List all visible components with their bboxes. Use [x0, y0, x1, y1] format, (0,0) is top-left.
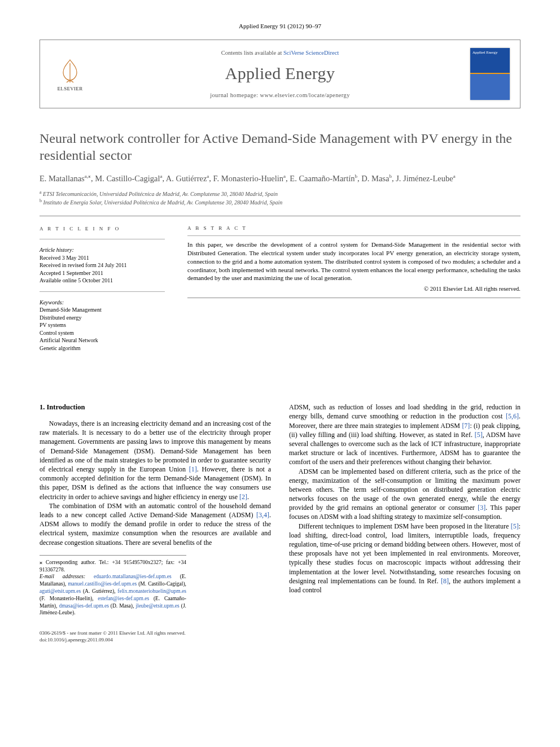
email-link[interactable]: dmasa@ies-def.upm.es — [59, 603, 108, 609]
history-received: Received 3 May 2011 — [40, 254, 165, 262]
article-info-head: A R T I C L E I N F O — [40, 225, 165, 232]
ref-link[interactable]: [5] — [475, 431, 483, 439]
authors-list: E. Matallanasa,⁎, M. Castillo-Cagigala, … — [40, 173, 520, 184]
email-link[interactable]: eduardo.matallanas@ies-def.upm.es — [94, 574, 172, 579]
affiliation-b: b Instituto de Energía Solar, Universida… — [40, 198, 520, 207]
ref-link[interactable]: [5,6] — [506, 412, 519, 420]
article-info: A R T I C L E I N F O Article history: R… — [40, 225, 165, 352]
email-link[interactable]: aguti@etsit.upm.es — [40, 588, 81, 594]
keyword: PV systems — [40, 321, 165, 329]
email-link[interactable]: estefan@ies-def.upm.es — [98, 596, 149, 601]
footnotes: ⁎ Corresponding author. Tel.: +34 915495… — [40, 555, 186, 617]
footer-doi: doi:10.1016/j.apenergy.2011.09.004 — [40, 637, 520, 644]
abstract-block: A B S T R A C T In this paper, we descri… — [187, 225, 520, 352]
keyword: Control system — [40, 329, 165, 337]
author-4: , F. Monasterio-Huelin — [209, 174, 283, 183]
affiliation-b-text: Instituto de Energía Solar, Universidad … — [43, 200, 283, 206]
body-paragraph: Different techniques to implement DSM ha… — [289, 522, 520, 595]
body-text: Different techniques to implement DSM ha… — [299, 522, 511, 530]
article-meta-row: A R T I C L E I N F O Article history: R… — [40, 225, 520, 352]
page-container: Applied Energy 91 (2012) 90–97 ELSEVIER … — [0, 0, 560, 666]
column-left: 1. Introduction Nowadays, there is an in… — [40, 403, 271, 617]
body-paragraph: Nowadays, there is an increasing electri… — [40, 419, 271, 501]
email-name: (M. Castillo-Cagigal), — [137, 581, 186, 587]
body-paragraph: ADSM can be implemented based on differe… — [289, 467, 520, 522]
body-columns: 1. Introduction Nowadays, there is an in… — [40, 403, 520, 617]
email-link[interactable]: manuel.castillo@ies-def.upm.es — [68, 581, 137, 587]
footer: 0306-2619/$ - see front matter © 2011 El… — [40, 630, 520, 643]
keyword: Genetic algorithm — [40, 344, 165, 352]
homepage-url[interactable]: www.elsevier.com/locate/apenergy — [260, 92, 349, 98]
keyword: Distributed energy — [40, 314, 165, 322]
ref-link[interactable]: [3] — [478, 504, 485, 512]
body-text: ADSM, such as reduction of losses and lo… — [289, 403, 520, 420]
section-1-heading: 1. Introduction — [40, 403, 271, 412]
abstract-text: In this paper, we describe the developme… — [187, 241, 520, 282]
keyword: Artificial Neural Network — [40, 337, 165, 344]
journal-homepage-line: journal homepage: www.elsevier.com/locat… — [100, 92, 460, 98]
divider — [40, 216, 520, 216]
affiliations: a ETSI Telecomunicación, Universidad Pol… — [40, 190, 520, 207]
email-link[interactable]: felix.monasteriohuelin@upm.es — [117, 588, 186, 594]
ref-link[interactable]: [5] — [511, 522, 519, 530]
author-7-aff: a — [453, 173, 456, 179]
email-name: (F. Monasterio-Huelin), — [40, 596, 98, 601]
contents-available-line: Contents lists available at SciVerse Sci… — [100, 50, 460, 56]
author-1: E. Matallanas — [40, 174, 85, 183]
corresponding-author-note: ⁎ Corresponding author. Tel.: +34 915495… — [40, 559, 186, 574]
author-7: , J. Jiménez-Leube — [392, 174, 453, 183]
author-2: , M. Castillo-Cagigal — [91, 174, 160, 183]
history-online: Available online 5 October 2011 — [40, 277, 165, 285]
footer-issn: 0306-2619/$ - see front matter © 2011 El… — [40, 630, 520, 637]
abstract-copyright: © 2011 Elsevier Ltd. All rights reserved… — [187, 286, 520, 292]
ref-link[interactable]: [1] — [189, 465, 197, 473]
keyword: Demand-Side Management — [40, 306, 165, 314]
email-label: E-mail addresses: — [40, 574, 94, 579]
publisher-name: ELSEVIER — [58, 86, 83, 91]
journal-name: Applied Energy — [100, 64, 460, 83]
column-right: ADSM, such as reduction of losses and lo… — [289, 403, 520, 617]
affiliation-a-text: ETSI Telecomunicación, Universidad Polit… — [43, 191, 278, 198]
masthead: ELSEVIER Contents lists available at Sci… — [40, 40, 520, 108]
email-name: (D. Masa), — [109, 603, 136, 609]
author-5: , E. Caamaño-Martín — [286, 174, 355, 183]
ref-link[interactable]: [7] — [462, 422, 470, 430]
running-head: Applied Energy 91 (2012) 90–97 — [40, 23, 520, 29]
elsevier-logo: ELSEVIER — [50, 54, 90, 94]
article-title: Neural network controller for Active Dem… — [40, 130, 520, 164]
sciencedirect-link[interactable]: SciVerse ScienceDirect — [283, 50, 339, 56]
email-link[interactable]: jleube@etsit.upm.es — [135, 603, 179, 609]
history-revised: Received in revised form 24 July 2011 — [40, 261, 165, 269]
abstract-head: A B S T R A C T — [187, 225, 520, 231]
body-paragraph: The combination of DSM with an automatic… — [40, 501, 271, 547]
author-6: , D. Masa — [357, 174, 389, 183]
email-name: (A. Gutiérrez), — [81, 588, 117, 594]
body-text: : load shifting, direct-load control, lo… — [289, 522, 520, 585]
ref-link[interactable]: [8] — [441, 577, 449, 585]
contents-available-pre: Contents lists available at — [221, 50, 283, 56]
email-addresses: E-mail addresses: eduardo.matallanas@ies… — [40, 573, 186, 617]
body-text: . — [247, 493, 249, 501]
ref-link[interactable]: [2] — [239, 493, 247, 501]
ref-link[interactable]: [3,4] — [256, 511, 269, 519]
history-accepted: Accepted 1 September 2011 — [40, 269, 165, 277]
body-paragraph: ADSM, such as reduction of losses and lo… — [289, 403, 520, 466]
homepage-pre: journal homepage: — [210, 92, 260, 98]
journal-cover-thumbnail — [470, 48, 510, 100]
keywords-label: Keywords: — [40, 299, 165, 307]
body-text: The combination of DSM with an automatic… — [40, 502, 271, 519]
author-3: , A. Gutiérrez — [162, 174, 207, 183]
article-history-label: Article history: — [40, 246, 165, 254]
masthead-center: Contents lists available at SciVerse Sci… — [100, 50, 460, 98]
elsevier-tree-icon — [55, 56, 85, 86]
affiliation-a: a ETSI Telecomunicación, Universidad Pol… — [40, 190, 520, 198]
